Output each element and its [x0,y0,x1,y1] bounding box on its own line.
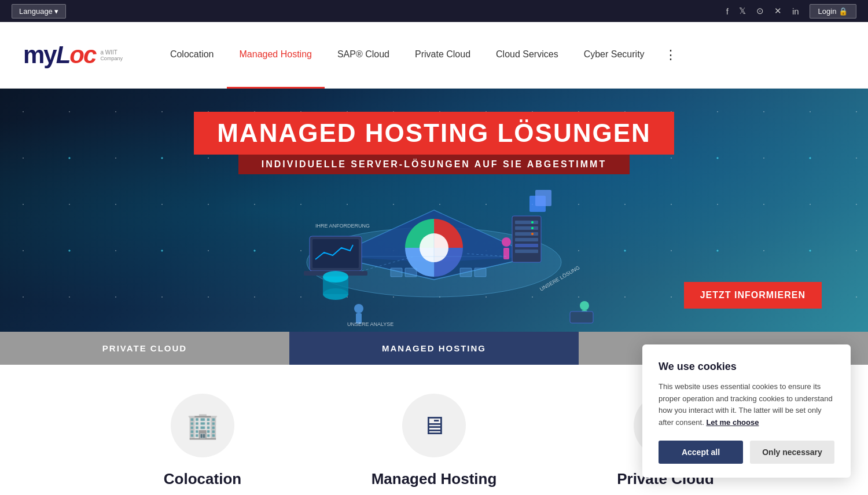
top-bar-right: f 𝕏 ⊙ ✕ in Login 🔒 [726,4,856,19]
hero-cta-button[interactable]: JETZT INFORMIEREN [684,282,822,309]
svg-rect-8 [515,232,538,236]
svg-point-14 [531,233,534,235]
svg-rect-37 [405,268,417,277]
instagram-icon[interactable]: ⊙ [756,6,764,16]
login-button[interactable]: Login 🔒 [810,4,856,19]
svg-point-38 [580,301,589,310]
svg-rect-19 [503,248,509,259]
svg-point-18 [502,237,511,247]
cookie-buttons: Accept all Only necessary [659,441,834,464]
svg-point-12 [531,221,534,223]
cookie-title: We use cookies [659,361,834,373]
svg-point-13 [531,227,534,229]
top-bar: Language ▾ f 𝕏 ⊙ ✕ in Login 🔒 [0,0,868,22]
cookie-let-me-choose-link[interactable]: Let me choose [706,418,759,427]
hero-illustration: UNSERE LÖSUNG UNSERE ANALYSE IHRE ANFORD… [246,146,622,332]
hero-section: MANAGED HOSTING LÖSUNGEN INDIVIDUELLE SE… [0,89,868,332]
tab-managed-hosting[interactable]: MANAGED HOSTING [289,332,579,365]
tab-private-cloud[interactable]: PRIVATE CLOUD [0,332,289,365]
building-icon: 🏢 [187,410,219,441]
nav-managed-hosting[interactable]: Managed Hosting [227,22,325,89]
svg-rect-40 [570,311,593,323]
logo-wiit: a WIIT Company [100,49,123,61]
managed-hosting-card-title: Managed Hosting [372,470,497,488]
language-button[interactable]: Language ▾ [12,4,66,19]
twitter-icon[interactable]: 𝕏 [739,6,746,16]
svg-rect-7 [515,226,538,230]
svg-rect-36 [391,268,402,277]
svg-rect-26 [535,190,551,206]
only-necessary-button[interactable]: Only necessary [750,441,834,464]
nav-private-cloud[interactable]: Private Cloud [402,22,483,89]
managed-hosting-icon-circle: 🖥 [402,394,466,457]
svg-rect-34 [460,268,472,277]
logo[interactable]: myLoc a WIIT Company [23,41,123,69]
svg-text:UNSERE ANALYSE: UNSERE ANALYSE [347,321,393,327]
header: myLoc a WIIT Company Colocation Managed … [0,22,868,89]
svg-text:IHRE ANFORDERUNG: IHRE ANFORDERUNG [315,223,370,229]
logo-a-text: a WIIT [100,49,123,56]
svg-rect-6 [515,221,538,224]
nav-more-icon[interactable]: ⋮ [657,47,684,63]
nav-cloud-services[interactable]: Cloud Services [483,22,571,89]
card-managed-hosting: 🖥 Managed Hosting Im Bereich Managed Hos… [336,394,532,495]
svg-rect-11 [515,250,538,253]
svg-rect-9 [515,238,538,241]
svg-rect-35 [475,268,486,277]
svg-point-24 [323,271,348,283]
logo-company-text: Company [100,56,123,61]
main-nav: Colocation Managed Hosting SAP® Cloud Pr… [157,22,845,89]
nav-colocation[interactable]: Colocation [157,22,227,89]
cookie-banner: We use cookies This website uses essenti… [642,344,851,478]
accept-all-button[interactable]: Accept all [659,441,743,464]
linkedin-icon[interactable]: in [792,6,799,16]
colocation-card-title: Colocation [164,470,241,488]
card-colocation: 🏢 Colocation Die myLoc bietet Ihnen güns… [104,394,301,495]
facebook-icon[interactable]: f [726,6,729,16]
svg-rect-10 [515,244,538,247]
logo-text: myLoc [23,41,95,69]
colocation-icon-circle: 🏢 [171,394,234,457]
svg-rect-16 [312,239,359,268]
svg-point-20 [354,304,363,313]
nav-sap-cloud[interactable]: SAP® Cloud [325,22,402,89]
nav-cyber-security[interactable]: Cyber Security [571,22,657,89]
cookie-text: This website uses essential cookies to e… [659,381,834,429]
xing-icon[interactable]: ✕ [774,6,782,16]
monitor-icon: 🖥 [421,411,447,440]
